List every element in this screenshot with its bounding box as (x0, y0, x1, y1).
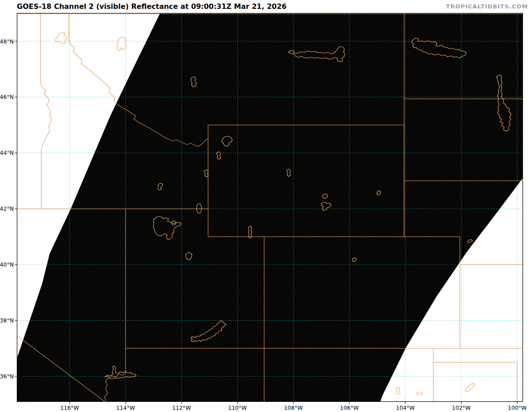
latitude-axis-labels: 48°N 46°N 44°N 42°N 40°N 38°N 36°N (0, 38, 14, 380)
lon-label-108w: 108°W (284, 404, 303, 411)
satellite-map: 48°N 46°N 44°N 42°N 40°N 38°N 36°N 116°W… (0, 0, 532, 412)
lon-label-116w: 116°W (60, 404, 79, 411)
lon-label-100w: 100°W (508, 404, 526, 411)
lon-label-102w: 102°W (452, 404, 470, 411)
lon-label-114w: 114°W (116, 404, 135, 411)
lat-label-46n: 46°N (0, 94, 14, 100)
lat-label-48n: 48°N (0, 38, 14, 45)
lat-label-42n: 42°N (0, 205, 14, 212)
lat-label-44n: 44°N (0, 149, 14, 156)
lat-label-36n: 36°N (0, 373, 14, 380)
lon-label-106w: 106°W (340, 404, 359, 411)
longitude-axis-labels: 116°W 114°W 112°W 110°W 108°W 106°W 104°… (60, 404, 527, 411)
lon-label-110w: 110°W (228, 404, 246, 411)
lat-label-40n: 40°N (0, 261, 14, 268)
lat-label-38n: 38°N (0, 317, 14, 324)
satellite-map-page: GOES-18 Channel 2 (visible) Reflectance … (0, 0, 532, 412)
lon-label-112w: 112°W (172, 404, 191, 411)
lon-label-104w: 104°W (396, 404, 415, 411)
